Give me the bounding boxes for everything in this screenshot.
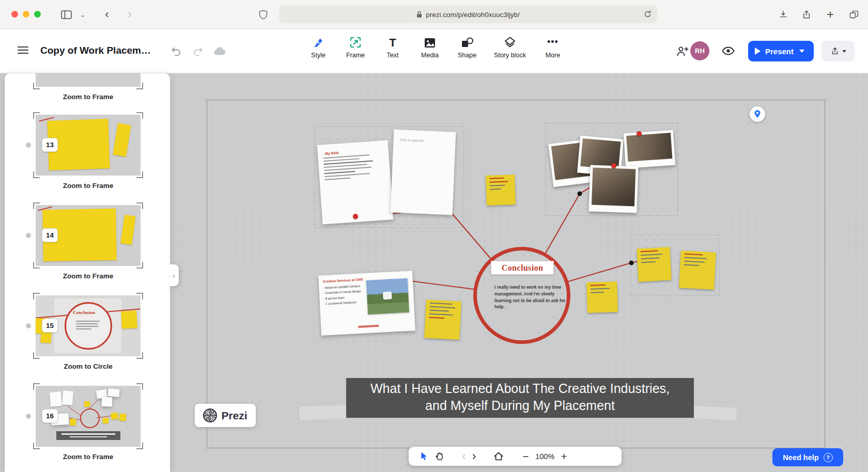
canvas-toolbar: ‹ › − 100% + <box>409 447 622 466</box>
polaroid-photo[interactable] <box>624 130 676 169</box>
tab-overview-icon[interactable] <box>846 7 862 22</box>
zoom-out-button[interactable]: − <box>518 447 533 466</box>
slide-label: Zoom to Frame <box>36 93 141 101</box>
conclusion-text[interactable]: I really need to work on my time managem… <box>494 284 566 310</box>
location-pin-button[interactable] <box>750 106 765 122</box>
play-icon <box>755 48 761 55</box>
slide-item[interactable]: Zoom to Frame <box>36 73 141 101</box>
export-button[interactable] <box>822 41 855 61</box>
tool-text[interactable]: T Text <box>382 35 403 59</box>
need-help-button[interactable]: Need help ? <box>772 448 843 466</box>
slide-item[interactable]: 14 Zoom to Frame <box>36 205 141 280</box>
tool-story-block[interactable]: Story block <box>494 35 526 59</box>
hamburger-menu-icon[interactable] <box>18 46 28 54</box>
prezi-mark-icon <box>203 408 217 422</box>
present-dropdown-caret[interactable] <box>799 50 804 53</box>
slide-label: Zoom to Frame <box>36 453 141 461</box>
select-tool-button[interactable] <box>416 447 431 466</box>
question-mark-icon: ? <box>824 453 833 462</box>
forward-button[interactable]: › <box>122 7 137 22</box>
note-paper-blank[interactable]: Click to add text <box>391 129 456 215</box>
slide-number-badge: 16 <box>42 409 58 423</box>
tool-shape[interactable]: Shape <box>457 35 477 59</box>
conclusion-title[interactable]: Conclusion <box>491 261 554 275</box>
sticky-note[interactable] <box>424 300 461 339</box>
preview-eye-icon[interactable] <box>721 45 735 56</box>
card-footnote-scribble <box>358 325 379 328</box>
prev-step-button[interactable]: ‹ <box>459 447 469 466</box>
sticky-note[interactable] <box>486 175 516 206</box>
next-step-button[interactable]: › <box>469 447 479 466</box>
title-banner[interactable]: What I Have Learned About The Creative I… <box>346 378 694 418</box>
paper-title: My Role <box>325 147 389 155</box>
document-title[interactable]: Copy of Work Placem… <box>40 45 151 56</box>
slide-item[interactable]: Conclusion 15 Zoom to Circle <box>36 295 141 370</box>
thumb-conclusion-title: Conclusion <box>73 310 95 315</box>
story-block-icon <box>504 35 516 49</box>
tape-strip <box>299 405 347 420</box>
tool-media[interactable]: Media <box>420 35 440 59</box>
browser-chrome: ⌄ ‹ › prezi.com/p/edit/oh0xuuc3ljyb/ + <box>0 0 868 29</box>
sidebar-toggle-icon[interactable] <box>58 7 74 22</box>
undo-icon[interactable] <box>171 46 182 57</box>
slide-number-badge: 15 <box>42 319 58 333</box>
new-tab-icon[interactable]: + <box>823 7 838 22</box>
slide-item[interactable]: 13 Zoom to Frame <box>36 115 141 190</box>
card-photo <box>366 278 409 314</box>
lock-icon <box>416 11 422 18</box>
privacy-shield-icon[interactable] <box>255 7 271 22</box>
slide-label: Zoom to Frame <box>36 272 141 280</box>
window-controls <box>11 11 41 18</box>
text-icon: T <box>389 35 396 49</box>
slide-label: Zoom to Circle <box>36 363 141 370</box>
red-pin <box>637 131 642 136</box>
downloads-icon[interactable] <box>776 7 791 22</box>
avatar[interactable]: RH <box>690 41 709 60</box>
add-collaborator-icon[interactable] <box>676 45 689 57</box>
creative-services-card[interactable]: Creative Services at CMS - Based at Llan… <box>318 271 415 335</box>
slide-number-badge: 13 <box>42 138 58 152</box>
more-icon: ••• <box>547 35 559 49</box>
slide-panel: Zoom to Frame 13 Zoom to Frame <box>5 73 170 472</box>
cloud-sync-icon <box>213 46 227 56</box>
minimize-window-button[interactable] <box>23 11 29 18</box>
export-dropdown-caret[interactable] <box>842 50 846 53</box>
tool-style[interactable]: Style <box>308 35 329 59</box>
redo-icon[interactable] <box>192 46 204 57</box>
tape-strip <box>693 406 736 420</box>
sticky-note[interactable] <box>679 250 716 289</box>
red-pin <box>611 163 616 168</box>
tool-frame[interactable]: Frame <box>345 35 366 59</box>
paper-placeholder: Click to add text <box>400 138 456 144</box>
slide-item[interactable]: 16 Zoom to Frame <box>36 386 141 461</box>
close-window-button[interactable] <box>11 11 18 18</box>
screen: ⌄ ‹ › prezi.com/p/edit/oh0xuuc3ljyb/ + <box>0 0 868 472</box>
zoom-window-button[interactable] <box>34 11 41 18</box>
timeline-dot <box>26 143 31 148</box>
sidebar-collapse-handle[interactable]: ‹ <box>169 264 179 286</box>
slide-thumbnail[interactable] <box>36 73 141 87</box>
share-icon[interactable] <box>799 7 814 22</box>
note-paper-my-role[interactable]: My Role <box>317 140 393 224</box>
tool-more[interactable]: ••• More <box>542 35 563 59</box>
sticky-note[interactable] <box>637 247 671 281</box>
polaroid-photo[interactable] <box>588 165 638 213</box>
map-pin-icon <box>753 109 762 119</box>
sticky-note[interactable] <box>586 281 618 313</box>
url-text: prezi.com/p/edit/oh0xuuc3ljyb/ <box>426 11 520 19</box>
zoom-level[interactable]: 100% <box>533 447 557 466</box>
frame-icon <box>349 35 362 49</box>
back-button[interactable]: ‹ <box>99 7 115 22</box>
collapse-chevron-icon: ‹ <box>173 271 175 280</box>
pan-tool-button[interactable] <box>431 447 447 466</box>
prezi-logo: Prezi <box>195 404 256 427</box>
timeline-dot <box>26 233 31 238</box>
zoom-in-button[interactable]: + <box>557 447 571 466</box>
url-bar[interactable]: prezi.com/p/edit/oh0xuuc3ljyb/ <box>279 6 657 23</box>
home-view-button[interactable] <box>490 447 507 466</box>
chevron-down-icon[interactable]: ⌄ <box>78 7 88 22</box>
present-button[interactable]: Present <box>748 41 814 61</box>
reload-icon[interactable] <box>643 10 652 19</box>
export-icon <box>830 46 840 56</box>
banner-line-2: and Myself During My Placement <box>349 397 691 414</box>
